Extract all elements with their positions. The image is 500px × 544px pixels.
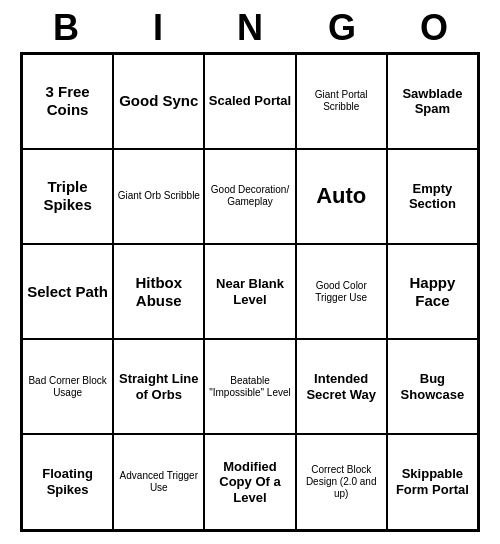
- cell-text-24: Skippable Form Portal: [391, 466, 474, 497]
- cell-text-19: Bug Showcase: [391, 371, 474, 402]
- cell-7[interactable]: Good Decoration/ Gameplay: [204, 149, 295, 244]
- cell-text-0: 3 Free Coins: [26, 83, 109, 119]
- cell-4[interactable]: Sawblade Spam: [387, 54, 478, 149]
- cell-text-23: Correct Block Design (2.0 and up): [300, 464, 383, 500]
- letter-n: N: [204, 8, 296, 48]
- letter-o: O: [388, 8, 480, 48]
- cell-text-15: Bad Corner Block Usage: [26, 375, 109, 399]
- cell-1[interactable]: Good Sync: [113, 54, 204, 149]
- cell-text-8: Auto: [316, 183, 366, 209]
- cell-6[interactable]: Giant Orb Scribble: [113, 149, 204, 244]
- cell-0[interactable]: 3 Free Coins: [22, 54, 113, 149]
- cell-5[interactable]: Triple Spikes: [22, 149, 113, 244]
- cell-text-16: Straight Line of Orbs: [117, 371, 200, 402]
- cell-19[interactable]: Bug Showcase: [387, 339, 478, 434]
- cell-text-7: Good Decoration/ Gameplay: [208, 184, 291, 208]
- cell-text-17: Beatable "Impossible" Level: [208, 375, 291, 399]
- cell-text-13: Good Color Trigger Use: [300, 280, 383, 304]
- cell-22[interactable]: Modified Copy Of a Level: [204, 434, 295, 529]
- cell-8[interactable]: Auto: [296, 149, 387, 244]
- cell-11[interactable]: Hitbox Abuse: [113, 244, 204, 339]
- cell-10[interactable]: Select Path: [22, 244, 113, 339]
- cell-24[interactable]: Skippable Form Portal: [387, 434, 478, 529]
- cell-text-22: Modified Copy Of a Level: [208, 459, 291, 506]
- cell-text-20: Floating Spikes: [26, 466, 109, 497]
- letter-g: G: [296, 8, 388, 48]
- cell-18[interactable]: Intended Secret Way: [296, 339, 387, 434]
- cell-text-3: Giant Portal Scribble: [300, 89, 383, 113]
- cell-21[interactable]: Advanced Trigger Use: [113, 434, 204, 529]
- cell-text-1: Good Sync: [119, 92, 198, 110]
- cell-16[interactable]: Straight Line of Orbs: [113, 339, 204, 434]
- cell-text-14: Happy Face: [391, 274, 474, 310]
- bingo-header: B I N G O: [20, 8, 480, 48]
- cell-2[interactable]: Scaled Portal: [204, 54, 295, 149]
- cell-12[interactable]: Near Blank Level: [204, 244, 295, 339]
- cell-text-4: Sawblade Spam: [391, 86, 474, 117]
- cell-text-10: Select Path: [27, 283, 108, 301]
- cell-23[interactable]: Correct Block Design (2.0 and up): [296, 434, 387, 529]
- cell-text-6: Giant Orb Scribble: [118, 190, 200, 202]
- letter-i: I: [112, 8, 204, 48]
- cell-text-5: Triple Spikes: [26, 178, 109, 214]
- cell-14[interactable]: Happy Face: [387, 244, 478, 339]
- cell-text-2: Scaled Portal: [209, 93, 291, 109]
- bingo-grid: 3 Free CoinsGood SyncScaled PortalGiant …: [20, 52, 480, 532]
- cell-13[interactable]: Good Color Trigger Use: [296, 244, 387, 339]
- cell-15[interactable]: Bad Corner Block Usage: [22, 339, 113, 434]
- cell-text-18: Intended Secret Way: [300, 371, 383, 402]
- cell-text-11: Hitbox Abuse: [117, 274, 200, 310]
- letter-b: B: [20, 8, 112, 48]
- cell-text-9: Empty Section: [391, 181, 474, 212]
- cell-text-12: Near Blank Level: [208, 276, 291, 307]
- cell-20[interactable]: Floating Spikes: [22, 434, 113, 529]
- cell-17[interactable]: Beatable "Impossible" Level: [204, 339, 295, 434]
- cell-3[interactable]: Giant Portal Scribble: [296, 54, 387, 149]
- cell-9[interactable]: Empty Section: [387, 149, 478, 244]
- cell-text-21: Advanced Trigger Use: [117, 470, 200, 494]
